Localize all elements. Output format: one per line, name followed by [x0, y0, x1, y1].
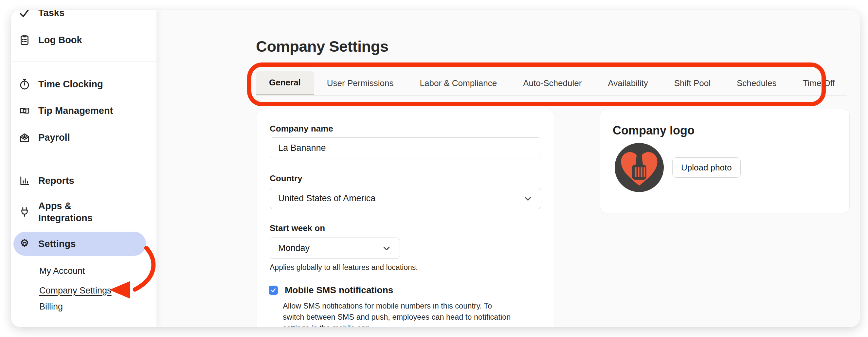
sidebar-item-tasks[interactable]: Tasks	[19, 10, 64, 24]
sidebar-item-label: Tasks	[38, 10, 64, 18]
sidebar: Tasks Log Book Time Clocking Tip Man	[11, 10, 156, 327]
tab-availability[interactable]: Availability	[595, 71, 661, 95]
start-week-label: Start week on	[270, 223, 325, 233]
sms-notifications-row: Mobile SMS notifications	[269, 285, 393, 296]
sms-checkbox[interactable]	[269, 286, 278, 295]
stopwatch-icon	[19, 78, 30, 90]
sidebar-item-payroll[interactable]: Payroll	[19, 127, 70, 148]
sms-checkbox-label: Mobile SMS notifications	[285, 285, 393, 296]
tab-shift-pool[interactable]: Shift Pool	[661, 71, 724, 95]
tab-user-permissions[interactable]: User Permissions	[314, 71, 407, 95]
sidebar-item-settings[interactable]: Settings	[13, 232, 146, 256]
sidebar-item-label: Payroll	[38, 132, 70, 143]
country-select-value: United States of America	[278, 193, 375, 204]
company-name-label: Company name	[270, 124, 333, 134]
page-title: Company Settings	[256, 37, 389, 55]
sidebar-subitem-company-settings[interactable]: Company Settings	[39, 284, 112, 298]
sidebar-item-label: Apps & Integrations	[38, 200, 120, 224]
sidebar-item-label: Settings	[38, 239, 75, 249]
banknote-icon	[19, 105, 30, 117]
tab-bar: General User Permissions Labor & Complia…	[256, 71, 848, 95]
sidebar-item-time-clocking[interactable]: Time Clocking	[19, 73, 103, 95]
sidebar-item-label: Log Book	[38, 35, 82, 45]
bar-chart-icon	[19, 175, 30, 186]
start-week-select[interactable]: Monday	[270, 238, 400, 259]
sidebar-item-tip-management[interactable]: Tip Management	[19, 100, 113, 121]
sidebar-subitem-label: My Account	[39, 266, 85, 276]
tab-schedules[interactable]: Schedules	[724, 71, 789, 95]
heart-spatula-logo-icon	[615, 143, 664, 192]
company-logo-avatar	[615, 143, 664, 192]
sidebar-item-log-book[interactable]: Log Book	[19, 29, 82, 51]
start-week-helper-text: Applies globally to all features and loc…	[270, 263, 418, 272]
sidebar-subitem-billing[interactable]: Billing	[39, 300, 63, 313]
sidebar-subitem-my-account[interactable]: My Account	[39, 264, 85, 278]
country-label: Country	[270, 174, 303, 184]
sms-description: Allow SMS notifications for mobile numbe…	[283, 300, 512, 327]
sidebar-subitem-label: Billing	[39, 302, 63, 312]
chevron-down-icon	[523, 194, 533, 204]
country-select[interactable]: United States of America	[270, 188, 541, 209]
tab-labor-compliance[interactable]: Labor & Compliance	[407, 71, 510, 95]
gear-icon	[19, 238, 30, 250]
tab-auto-scheduler[interactable]: Auto-Scheduler	[510, 71, 595, 95]
company-logo-heading: Company logo	[613, 124, 694, 137]
sidebar-item-apps-integrations[interactable]: Apps & Integrations	[19, 197, 120, 226]
chevron-down-icon	[382, 243, 392, 253]
payroll-envelope-icon	[19, 131, 30, 143]
general-settings-card: Company name Country United States of Am…	[257, 109, 554, 327]
app-window: Tasks Log Book Time Clocking Tip Man	[11, 10, 860, 327]
sidebar-item-reports[interactable]: Reports	[19, 170, 74, 191]
sidebar-item-label: Reports	[38, 175, 74, 186]
sidebar-item-label: Time Clocking	[38, 79, 103, 90]
sidebar-item-label: Tip Management	[38, 105, 113, 116]
check-icon	[19, 10, 30, 19]
upload-photo-button[interactable]: Upload photo	[672, 157, 741, 178]
clipboard-icon	[19, 34, 30, 46]
tab-time-off[interactable]: Time Off	[789, 71, 848, 95]
screenshot-stage: Tasks Log Book Time Clocking Tip Man	[0, 0, 868, 337]
company-logo-card: Company logo Upload photo	[600, 109, 850, 213]
tab-general[interactable]: General	[256, 71, 314, 95]
company-name-input[interactable]	[270, 137, 541, 158]
plug-icon	[19, 206, 30, 218]
sidebar-divider	[11, 159, 156, 159]
sidebar-subitem-label: Company Settings	[39, 286, 112, 296]
start-week-select-value: Monday	[278, 243, 310, 253]
